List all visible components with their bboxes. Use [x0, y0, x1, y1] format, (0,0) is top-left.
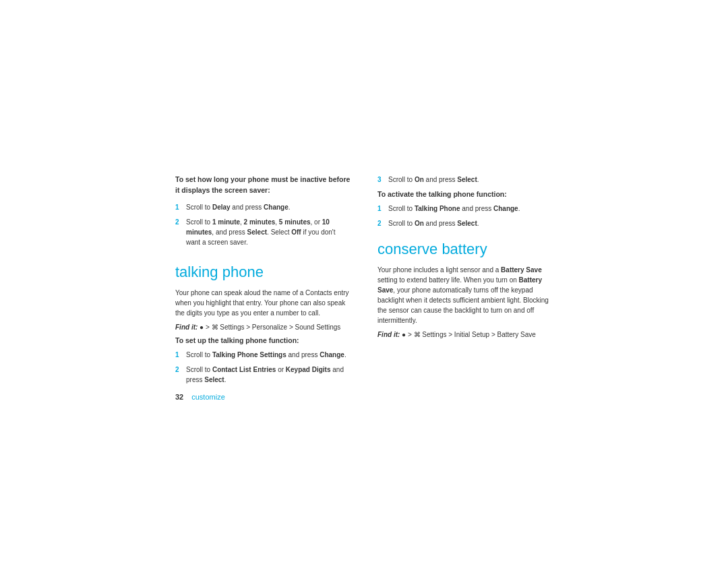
- conserve-battery-body: Your phone includes a light sensor and a…: [377, 265, 553, 325]
- page-number: 32: [175, 393, 183, 401]
- conserve-find-it-path: ● > ⌘ Settings > Initial Setup > Battery…: [402, 331, 536, 338]
- activate-section: To activate the talking phone function: …: [377, 190, 553, 228]
- conserve-battery-title: conserve battery: [377, 241, 553, 258]
- page-label: customize: [191, 393, 225, 401]
- find-it-path: ● > ⌘ Settings > Personalize > Sound Set…: [200, 323, 340, 331]
- step-3: 3 Scroll to On and press Select.: [377, 175, 553, 185]
- screen-saver-steps: 1 Scroll to Delay and press Change. 2 Sc…: [175, 202, 351, 247]
- right-column: 3 Scroll to On and press Select. To acti…: [377, 175, 553, 344]
- conserve-find-it-label: Find it:: [377, 331, 402, 338]
- screen-saver-section: To set how long your phone must be inact…: [175, 175, 351, 248]
- activate-step-2: 2 Scroll to On and press Select.: [377, 218, 553, 228]
- setup-steps: 1 Scroll to Talking Phone Settings and p…: [175, 350, 351, 385]
- find-it-label: Find it:: [175, 323, 200, 331]
- content-area: To set how long your phone must be inact…: [175, 161, 553, 402]
- conserve-find-it: Find it: ● > ⌘ Settings > Initial Setup …: [377, 331, 553, 338]
- page-container: To set how long your phone must be inact…: [0, 0, 728, 562]
- setup-step-2: 2 Scroll to Contact List Entries or Keyp…: [175, 365, 351, 385]
- activate-step-1: 1 Scroll to Talking Phone and press Chan…: [377, 204, 553, 214]
- talking-phone-body: Your phone can speak aloud the name of a…: [175, 288, 351, 318]
- talking-phone-find-it: Find it: ● > ⌘ Settings > Personalize > …: [175, 323, 351, 331]
- step-3-continuation: 3 Scroll to On and press Select.: [377, 175, 553, 185]
- page-footer: 32 customize: [175, 393, 351, 401]
- conserve-battery-section: conserve battery Your phone includes a l…: [377, 241, 553, 338]
- screen-saver-heading: To set how long your phone must be inact…: [175, 175, 351, 196]
- step-1: 1 Scroll to Delay and press Change.: [175, 202, 351, 212]
- setup-step-1: 1 Scroll to Talking Phone Settings and p…: [175, 350, 351, 360]
- activate-heading: To activate the talking phone function:: [377, 190, 553, 198]
- activate-steps: 1 Scroll to Talking Phone and press Chan…: [377, 204, 553, 228]
- step-3-list: 3 Scroll to On and press Select.: [377, 175, 553, 185]
- left-column: To set how long your phone must be inact…: [175, 175, 351, 402]
- setup-heading: To set up the talking phone function:: [175, 336, 351, 344]
- talking-phone-section: talking phone Your phone can speak aloud…: [175, 263, 351, 401]
- step-2: 2 Scroll to 1 minute, 2 minutes, 5 minut…: [175, 217, 351, 247]
- talking-phone-title: talking phone: [175, 263, 351, 281]
